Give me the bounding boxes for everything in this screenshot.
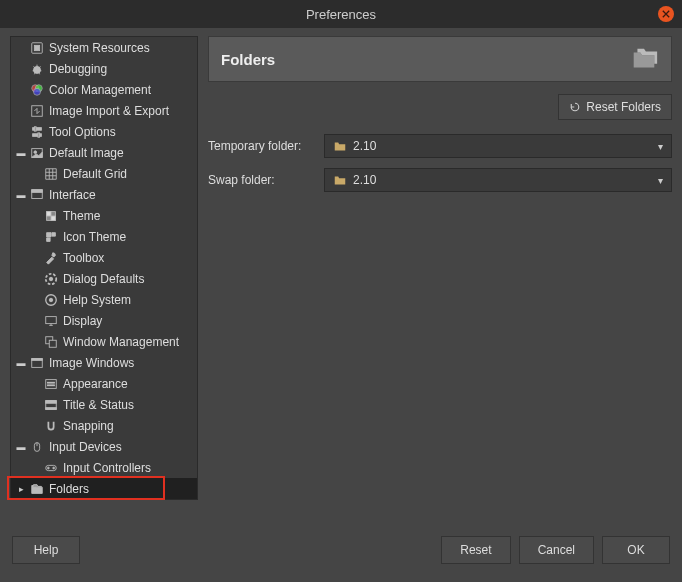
default-grid-icon <box>43 166 59 182</box>
folder-icon <box>333 139 347 153</box>
tree-item-theme[interactable]: Theme <box>11 205 197 226</box>
svg-point-21 <box>49 298 53 302</box>
svg-rect-14 <box>32 189 43 192</box>
tree-item-icon-theme[interactable]: Icon Theme <box>11 226 197 247</box>
cancel-button[interactable]: Cancel <box>519 536 594 564</box>
tool-options-icon <box>29 124 45 140</box>
panel-title: Folders <box>221 51 275 68</box>
tree-item-help-system[interactable]: Help System <box>11 289 197 310</box>
svg-rect-31 <box>46 400 57 403</box>
tree-label: Toolbox <box>63 251 104 265</box>
tree-label: Input Controllers <box>63 461 151 475</box>
folders-icon <box>29 481 45 497</box>
tree-label: Window Management <box>63 335 179 349</box>
tree-item-image-import-export[interactable]: Image Import & Export <box>11 100 197 121</box>
input-controllers-icon <box>43 460 59 476</box>
svg-rect-29 <box>48 384 55 385</box>
tree-item-window-management[interactable]: Window Management <box>11 331 197 352</box>
collapse-icon[interactable]: ▬ <box>15 441 27 453</box>
theme-icon <box>43 208 59 224</box>
tree-item-image-windows[interactable]: ▬ Image Windows <box>11 352 197 373</box>
temporary-folder-select[interactable]: 2.10 ▾ <box>324 134 672 158</box>
chevron-down-icon: ▾ <box>658 141 663 152</box>
collapse-icon[interactable]: ▬ <box>15 147 27 159</box>
tree-label: Display <box>63 314 102 328</box>
tree-label: Snapping <box>63 419 114 433</box>
content-panel: Folders Reset Folders Temporary folder: … <box>208 36 672 526</box>
temporary-folder-label: Temporary folder: <box>208 139 316 153</box>
svg-rect-26 <box>32 358 43 360</box>
tree-item-display[interactable]: Display <box>11 310 197 331</box>
tree-label: Default Grid <box>63 167 127 181</box>
tree-label: Appearance <box>63 377 128 391</box>
tree-item-color-management[interactable]: Color Management <box>11 79 197 100</box>
system-resources-icon <box>29 40 45 56</box>
close-button[interactable] <box>658 6 674 22</box>
tree-label: Image Windows <box>49 356 134 370</box>
tree-label: Tool Options <box>49 125 116 139</box>
reset-button[interactable]: Reset <box>441 536 510 564</box>
svg-rect-28 <box>48 382 55 383</box>
reset-folders-label: Reset Folders <box>586 100 661 114</box>
title-status-icon <box>43 397 59 413</box>
help-button[interactable]: Help <box>12 536 80 564</box>
tree-label: Debugging <box>49 62 107 76</box>
tree-label: Help System <box>63 293 131 307</box>
import-export-icon <box>29 103 45 119</box>
tree-item-default-image[interactable]: ▬ Default Image <box>11 142 197 163</box>
tree-item-interface[interactable]: ▬ Interface <box>11 184 197 205</box>
image-windows-icon <box>29 355 45 371</box>
tree-item-folders[interactable]: ▸ Folders <box>11 478 197 499</box>
panel-header: Folders <box>208 36 672 82</box>
titlebar: Preferences <box>0 0 682 28</box>
tree-item-appearance[interactable]: Appearance <box>11 373 197 394</box>
svg-point-36 <box>53 467 55 469</box>
toolbox-icon <box>43 250 59 266</box>
tree-item-tool-options[interactable]: Tool Options <box>11 121 197 142</box>
svg-point-35 <box>48 467 50 469</box>
default-image-icon <box>29 145 45 161</box>
reset-folders-button[interactable]: Reset Folders <box>558 94 672 120</box>
svg-point-19 <box>49 277 53 281</box>
collapse-icon[interactable]: ▬ <box>15 189 27 201</box>
tree-label: Folders <box>49 482 89 496</box>
appearance-icon <box>43 376 59 392</box>
tree-label: Theme <box>63 209 100 223</box>
tree-label: Interface <box>49 188 96 202</box>
tree-item-default-grid[interactable]: Default Grid <box>11 163 197 184</box>
swap-folder-value: 2.10 <box>353 173 376 187</box>
tree-label: Dialog Defaults <box>63 272 144 286</box>
tree-item-debugging[interactable]: Debugging <box>11 58 197 79</box>
icon-theme-icon <box>43 229 59 245</box>
expand-icon[interactable]: ▸ <box>15 483 27 495</box>
input-devices-icon <box>29 439 45 455</box>
swap-folder-label: Swap folder: <box>208 173 316 187</box>
tree-item-input-devices[interactable]: ▬ Input Devices <box>11 436 197 457</box>
interface-icon <box>29 187 45 203</box>
svg-rect-24 <box>49 340 56 347</box>
display-icon <box>43 313 59 329</box>
debugging-icon <box>29 61 45 77</box>
tree-label: Icon Theme <box>63 230 126 244</box>
preferences-tree: System Resources Debugging Color Managem… <box>10 36 198 500</box>
tree-item-dialog-defaults[interactable]: Dialog Defaults <box>11 268 197 289</box>
tree-label: System Resources <box>49 41 150 55</box>
ok-button[interactable]: OK <box>602 536 670 564</box>
window-title: Preferences <box>306 7 376 22</box>
folder-icon <box>333 173 347 187</box>
svg-rect-17 <box>51 216 55 220</box>
svg-rect-16 <box>47 211 51 215</box>
tree-item-toolbox[interactable]: Toolbox <box>11 247 197 268</box>
swap-folder-select[interactable]: 2.10 ▾ <box>324 168 672 192</box>
tree-item-snapping[interactable]: Snapping <box>11 415 197 436</box>
tree-item-system-resources[interactable]: System Resources <box>11 37 197 58</box>
window-management-icon <box>43 334 59 350</box>
dialog-footer: Help Reset Cancel OK <box>0 526 682 574</box>
tree-item-title-status[interactable]: Title & Status <box>11 394 197 415</box>
svg-rect-22 <box>46 316 57 323</box>
svg-point-5 <box>34 88 41 95</box>
tree-item-input-controllers[interactable]: Input Controllers <box>11 457 197 478</box>
close-icon <box>662 10 670 18</box>
collapse-icon[interactable]: ▬ <box>15 357 27 369</box>
svg-rect-9 <box>34 126 36 130</box>
